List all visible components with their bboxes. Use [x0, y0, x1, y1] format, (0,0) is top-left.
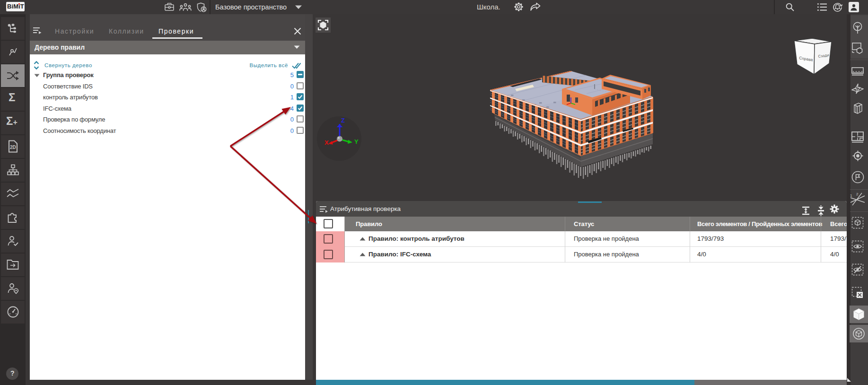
- svg-text:2D: 2D: [10, 145, 16, 150]
- svg-text:Y: Y: [354, 138, 359, 145]
- svg-text:1: 1: [850, 193, 852, 198]
- svg-text:Z: Z: [341, 117, 345, 124]
- svg-text:2: 2: [856, 192, 859, 196]
